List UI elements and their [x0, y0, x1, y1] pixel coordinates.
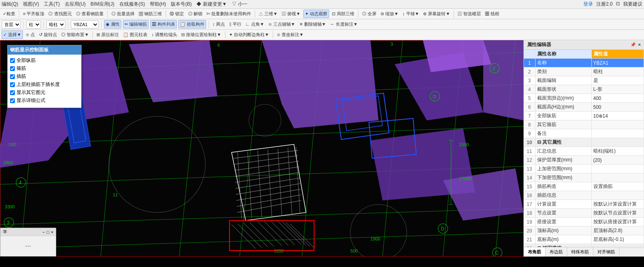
menu-item-newchange[interactable]: ◆ 新建变更▼ [196, 1, 227, 8]
row-propvalue[interactable]: 500 [591, 103, 644, 112]
row-propvalue[interactable]: 设置插筋 [591, 182, 644, 191]
row-propvalue[interactable] [591, 244, 644, 247]
table-row[interactable]: 11汇总信息暗柱(端柱) [524, 147, 644, 156]
table-row[interactable]: 7全部纵筋10⊕14 [524, 112, 644, 120]
toolbar1-dynamic[interactable]: ✦ 动态观察 [303, 10, 329, 18]
table-row[interactable]: 3截面编辑是 [524, 76, 644, 85]
table-row[interactable]: 13上加密范围(mm) [524, 165, 644, 173]
table-row[interactable]: 21底标高(m)层底标高(-0.1) [524, 235, 644, 244]
toolbar3-point[interactable]: ⊙ 点 [25, 31, 36, 39]
toolbar2-angle[interactable]: ∟ 点角▼ [244, 20, 266, 28]
type-select[interactable]: 柱 [26, 20, 41, 29]
menu-item-size[interactable]: ▽ 小一 [232, 1, 247, 8]
subtype-select[interactable]: 暗柱 [46, 20, 65, 29]
mini-minimize-icon[interactable]: − [42, 230, 45, 234]
toolbar3-querylabel[interactable]: ⊙ 查改标注▼ [276, 31, 305, 39]
checkbox-insert[interactable]: 插筋 [10, 73, 79, 80]
menu-login[interactable]: 登录 [583, 1, 593, 8]
toolbar3-smartlayout[interactable]: ◎ 智能布置▼ [60, 31, 90, 39]
menu-item-edit[interactable]: 编辑(Q) [2, 1, 18, 8]
menu-contact[interactable]: ⊡ [616, 1, 620, 8]
checkbox-stirrup-input[interactable] [10, 66, 15, 71]
row-propvalue[interactable]: 按默认计算设置计算 [591, 200, 644, 209]
checkbox-showothers[interactable]: 显示其它图元 [10, 89, 79, 96]
table-row[interactable]: 10⊟ 其它属性 [524, 138, 644, 147]
table-row[interactable]: 12保护层厚度(mm)(20) [524, 156, 644, 165]
property-scroll-area[interactable]: 属性名称 属性值 1名称YBZA12类别暗柱3截面编辑是4截面形状L-形5截面宽… [524, 50, 644, 247]
row-propvalue[interactable] [591, 165, 644, 173]
mini-close-icon[interactable]: × [51, 230, 53, 234]
checkbox-upperlength-input[interactable] [10, 82, 15, 87]
toolbar3-select[interactable]: ✓ 选择▼ [2, 31, 23, 39]
toolbar1-lock[interactable]: ⑩ 锁定 [168, 10, 185, 18]
table-row[interactable]: 1名称YBZA1 [524, 59, 644, 67]
row-propvalue[interactable]: 按默认搭接设置计算 [591, 218, 644, 226]
menu-account[interactable]: 注册2.0 [596, 1, 613, 8]
toolbar1-flushboard[interactable]: ≡ 平齐板顶 [22, 10, 45, 18]
footer-tab-special[interactable]: 特殊布筋 [567, 247, 593, 257]
table-row[interactable]: 6截面高(H边)(mm)500 [524, 103, 644, 112]
checkbox-allrebar[interactable]: 全部纵筋 [10, 57, 79, 64]
toolbar1-findelem[interactable]: ◎ 查找图元 [47, 10, 73, 18]
table-row[interactable]: 8其它箍筋 [524, 120, 644, 129]
property-pin-icon[interactable]: 📌 [630, 42, 636, 47]
toolbar1-rotate[interactable]: ⊛ 屏幕旋转▼ [422, 10, 451, 18]
table-row[interactable]: 5截面宽(B边)(mm)400 [524, 94, 644, 103]
row-propvalue[interactable] [591, 138, 644, 147]
toolbar1-rebar3d[interactable]: ▦ 钢筋三维 [137, 10, 163, 18]
toolbar1-topview[interactable]: ▤ 俯视▼ [280, 10, 302, 18]
menu-item-bim[interactable]: BIM应用(J) [90, 1, 114, 8]
checkbox-showformula-input[interactable] [10, 98, 15, 103]
toolbar1-fullscreen[interactable]: ◎ 全屏 [361, 10, 378, 18]
checkbox-upperlength[interactable]: 上层柱插筋下插长度 [10, 81, 79, 88]
row-propvalue[interactable]: YBZA1 [591, 59, 644, 67]
footer-tab-edge[interactable]: 布边筋 [546, 247, 567, 257]
table-row[interactable]: 14下加密范围(mm) [524, 173, 644, 182]
toolbar2-parallel[interactable]: ∥ 平行 [228, 20, 243, 28]
toolbar1-selectfloor[interactable]: ▤ 智选楼层 [456, 10, 482, 18]
checkbox-stirrup[interactable]: 箍筋 [10, 65, 79, 72]
toolbar1-pan[interactable]: ↕ 平移▼ [401, 10, 420, 18]
toolbar3-rotate[interactable]: ↺ 旋转点 [38, 31, 58, 39]
toolbar1-check[interactable]: ✓检查 [2, 10, 16, 18]
menu-item-tools[interactable]: 工具(T) [44, 1, 59, 8]
row-propvalue[interactable]: 10⊕14 [591, 112, 644, 120]
row-propvalue[interactable]: 层顶标高(2.8) [591, 226, 644, 235]
menu-help2[interactable]: 我要建议 [623, 1, 642, 8]
toolbar1-wireframe[interactable]: ☰ 线框 [484, 10, 501, 18]
footer-tab-corner[interactable]: 布角筋 [524, 247, 546, 257]
row-propvalue[interactable] [591, 191, 644, 200]
property-close-icon[interactable]: × [638, 42, 641, 47]
toolbar3-columntable[interactable]: 📋 图元柱表 [122, 31, 149, 39]
row-propvalue[interactable]: 层底标高(-0.1) [591, 235, 644, 244]
toolbar1-batchdelete[interactable]: ✄ 批量删除未使用构件 [205, 10, 252, 18]
table-row[interactable]: 19搭接设置按默认搭接设置计算 [524, 218, 644, 226]
toolbar3-adjustend[interactable]: ↕ 调整柱端头 [150, 31, 178, 39]
toolbar1-3d[interactable]: △ 三维▼ [258, 10, 279, 18]
toolbar3-insitelabel[interactable]: ⊞ 原位标注 [95, 31, 120, 39]
table-row[interactable]: 18节点设置按默认节点设置计算 [524, 209, 644, 218]
table-row[interactable]: 9备注 [524, 129, 644, 138]
toolbar2-twopoint[interactable]: ↕ 两点 [211, 20, 226, 28]
row-propvalue[interactable] [591, 129, 644, 138]
row-propvalue[interactable]: L-形 [591, 85, 644, 94]
table-row[interactable]: 17计算设置按默认计算设置计算 [524, 200, 644, 209]
row-propvalue[interactable]: 暗柱(端柱) [591, 147, 644, 156]
menu-item-apply[interactable]: 去应用(U) [65, 1, 86, 8]
table-row[interactable]: 2类别暗柱 [524, 67, 644, 76]
mini-panel-controls[interactable]: − □ × [42, 230, 53, 234]
toolbar1-viewrebar[interactable]: ◎ 查看钢筋量 [75, 10, 105, 18]
toolbar2-pickup[interactable]: 📋 拾取构件 [178, 20, 206, 29]
toolbar1-local3d[interactable]: ⊡ 局部三维 [331, 10, 356, 18]
toolbar1-batchselect[interactable]: ◎ 批量选择 [110, 10, 136, 18]
row-propvalue[interactable]: 是 [591, 76, 644, 85]
menu-item-view[interactable]: 视图(V) [23, 1, 39, 8]
toolbar2-componentlist[interactable]: ☰ 构件列表 [150, 20, 177, 29]
menu-item-help[interactable]: 帮助(H) [150, 1, 166, 8]
row-propvalue[interactable]: 400 [591, 94, 644, 103]
checkbox-allrebar-input[interactable] [10, 58, 15, 63]
table-row[interactable]: 16插筋信息 [524, 191, 644, 200]
checkbox-showothers-input[interactable] [10, 90, 15, 95]
toolbar3-autocorner[interactable]: ✦ 自动判断边角柱▼ [228, 31, 270, 39]
row-propvalue[interactable]: 按默认节点设置计算 [591, 209, 644, 218]
